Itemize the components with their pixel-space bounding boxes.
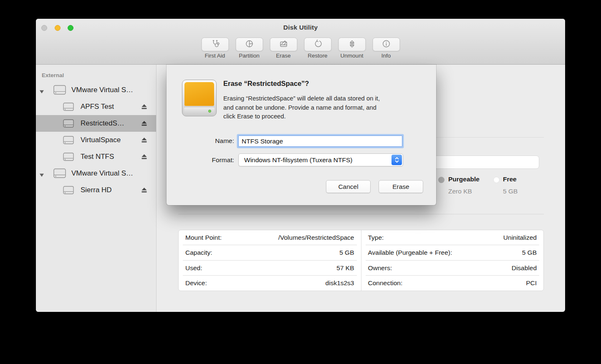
- dialog-body: Erasing “RestrictedSpace” will delete al…: [223, 94, 380, 121]
- unmount-button[interactable]: [338, 38, 366, 51]
- eject-icon[interactable]: [141, 187, 148, 193]
- row-value: /Volumes/RestrictedSpace: [278, 234, 354, 241]
- toolbar-item-partition: Partition: [235, 38, 263, 59]
- disclosure-triangle-icon[interactable]: [39, 171, 44, 176]
- format-field-label: Format:: [179, 156, 234, 164]
- row-label: Connection:: [368, 279, 403, 287]
- eject-icon[interactable]: [141, 153, 148, 160]
- cancel-button[interactable]: Cancel: [326, 180, 371, 193]
- legend-label-free: Free: [503, 176, 517, 183]
- eject-icon[interactable]: [141, 120, 148, 127]
- sidebar-section-header: External: [42, 72, 64, 78]
- toolbar-label: Partition: [239, 53, 260, 59]
- legend-value-purgeable: Zero KB: [448, 188, 472, 195]
- titlebar-toolbar: Disk Utility First Aid: [36, 19, 565, 65]
- format-selected-value: Windows NT-filsystem (Tuxera NTFS): [244, 154, 353, 166]
- toolbar-item-info: Info: [372, 38, 400, 59]
- disclosure-triangle-icon[interactable]: [39, 88, 44, 92]
- drive-icon: [53, 85, 66, 96]
- table-row: Owners: Disabled: [361, 261, 544, 276]
- row-label: Mount Point:: [185, 234, 222, 241]
- row-label: Capacity:: [185, 249, 212, 256]
- drive-icon: [63, 186, 74, 196]
- disk-utility-window: Disk Utility First Aid: [36, 19, 565, 312]
- table-row: Mount Point: /Volumes/RestrictedSpace: [179, 230, 361, 245]
- name-field-label: Name:: [179, 137, 234, 145]
- info-table-right-column: Type: Uninitalized Available (Purgeable …: [361, 230, 544, 291]
- disk-info-table: Mount Point: /Volumes/RestrictedSpace Ca…: [178, 230, 544, 291]
- dialog-title: Erase “RestrictedSpace”?: [223, 80, 309, 88]
- drive-icon: [53, 168, 66, 180]
- sidebar-item-label: VMware Virtual S…: [71, 165, 133, 182]
- sidebar-item-vmware-virtual-2[interactable]: VMware Virtual S…: [36, 165, 156, 182]
- toolbar: First Aid Partition: [201, 38, 400, 59]
- sidebar-item-virtualspace[interactable]: VirtualSpace: [36, 132, 156, 148]
- sidebar-item-label: Test NTFS: [81, 148, 114, 165]
- row-label: Owners:: [368, 264, 392, 272]
- dialog-body-line: click Erase to proceed.: [223, 112, 380, 121]
- row-value: 57 KB: [336, 264, 354, 272]
- dialog-body-line: Erasing “RestrictedSpace” will delete al…: [223, 94, 380, 103]
- info-circle-icon: [381, 39, 391, 50]
- sidebar-item-sierra-hd[interactable]: Sierra HD: [36, 182, 156, 198]
- row-value: 5 GB: [339, 249, 354, 256]
- sidebar-item-apfs-test[interactable]: APFS Test: [36, 98, 156, 115]
- dropdown-chevrons-icon: [391, 155, 402, 165]
- eject-icon[interactable]: [141, 137, 148, 143]
- sidebar-item-label: Sierra HD: [81, 182, 112, 198]
- row-label: Type:: [368, 234, 384, 241]
- free-swatch: [493, 177, 500, 183]
- row-value: Disabled: [512, 264, 537, 272]
- sidebar-item-label: VirtualSpace: [81, 132, 121, 148]
- sidebar-item-test-ntfs[interactable]: Test NTFS: [36, 148, 156, 165]
- format-dropdown[interactable]: Windows NT-filsystem (Tuxera NTFS): [238, 153, 403, 166]
- partition-button[interactable]: [235, 38, 263, 51]
- legend-value-free: 5 GB: [503, 188, 518, 195]
- info-table-left-column: Mount Point: /Volumes/RestrictedSpace Ca…: [179, 230, 361, 291]
- info-section-divider: [178, 214, 544, 214]
- toolbar-label: Restore: [308, 53, 327, 59]
- erase-button[interactable]: Erase: [379, 180, 423, 193]
- drive-face: [184, 82, 214, 106]
- row-value: 5 GB: [522, 249, 537, 256]
- table-row: Capacity: 5 GB: [179, 245, 361, 260]
- external-drive-icon: [182, 80, 217, 116]
- legend-label-purgeable: Purgeable: [448, 176, 480, 183]
- purgeable-swatch: [438, 177, 444, 183]
- toolbar-item-restore: Restore: [304, 38, 332, 59]
- row-value: PCI: [526, 279, 537, 287]
- first-aid-button[interactable]: [201, 38, 229, 51]
- table-row: Device: disk1s2s3: [179, 276, 361, 291]
- info-button[interactable]: [372, 38, 400, 51]
- sidebar: External VMware Virtual S… APFS Test Re: [36, 65, 157, 312]
- dialog-body-line: and cannot be undone. Provide a name and…: [223, 103, 380, 113]
- restore-button[interactable]: [304, 38, 331, 51]
- toolbar-label: Info: [381, 53, 391, 59]
- toolbar-item-erase: Erase: [270, 38, 298, 59]
- drive-led-icon: [208, 110, 211, 113]
- table-row: Available (Purgeable + Free): 5 GB: [361, 245, 544, 260]
- erase-pencil-icon: [279, 39, 288, 50]
- drive-icon: [63, 119, 74, 129]
- toolbar-label: Unmount: [341, 53, 364, 59]
- table-row: Connection: PCI: [361, 276, 544, 291]
- drive-base: [184, 107, 215, 114]
- sidebar-item-label: VMware Virtual S…: [71, 82, 133, 98]
- restore-arrow-icon: [313, 39, 322, 50]
- stethoscope-icon: [210, 39, 220, 50]
- erase-dialog: Erase “RestrictedSpace”? Erasing “Restri…: [167, 65, 436, 205]
- sidebar-item-vmware-virtual-1[interactable]: VMware Virtual S…: [36, 82, 156, 98]
- toolbar-label: Erase: [276, 53, 290, 59]
- sidebar-item-label: RestrictedS…: [81, 115, 124, 132]
- drive-icon: [63, 136, 74, 146]
- eject-icon[interactable]: [141, 103, 148, 110]
- sidebar-item-restrictedspace[interactable]: RestrictedS…: [36, 115, 156, 132]
- partition-pie-icon: [245, 39, 254, 50]
- erase-toolbar-button[interactable]: [270, 38, 297, 51]
- row-label: Used:: [185, 264, 202, 272]
- drive-icon: [63, 153, 74, 163]
- toolbar-label: First Aid: [205, 53, 225, 59]
- drive-icon: [63, 103, 74, 113]
- table-row: Used: 57 KB: [179, 261, 361, 276]
- name-input[interactable]: [238, 136, 402, 147]
